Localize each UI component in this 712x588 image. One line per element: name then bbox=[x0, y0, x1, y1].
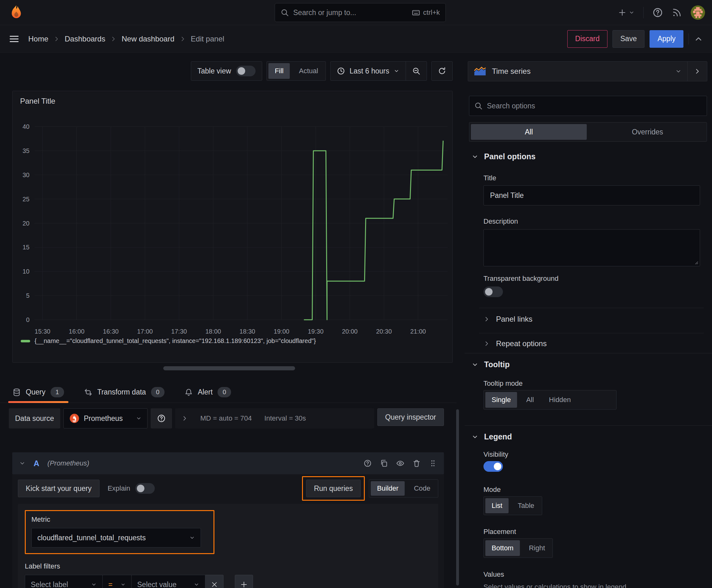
help-icon[interactable] bbox=[364, 459, 372, 467]
time-range-picker[interactable]: Last 6 hours bbox=[330, 62, 406, 80]
query-row-header[interactable]: A (Prometheus) bbox=[12, 452, 444, 474]
breadcrumb-new-dashboard[interactable]: New dashboard bbox=[122, 35, 174, 43]
tab-all[interactable]: All bbox=[471, 124, 587, 140]
query-inspector-button[interactable]: Query inspector bbox=[377, 408, 444, 426]
tab-overrides[interactable]: Overrides bbox=[588, 123, 707, 141]
select-value-placeholder: Select value bbox=[137, 581, 176, 588]
apply-button[interactable]: Apply bbox=[649, 30, 684, 48]
description-textarea[interactable] bbox=[483, 229, 700, 266]
discard-button[interactable]: Discard bbox=[567, 30, 607, 48]
add-new-button[interactable] bbox=[618, 8, 634, 17]
resize-handle-icon[interactable] bbox=[693, 259, 698, 265]
options-search[interactable] bbox=[469, 96, 707, 116]
time-range-label: Last 6 hours bbox=[349, 67, 389, 76]
select-value-dropdown[interactable]: Select value bbox=[132, 575, 205, 588]
metric-select[interactable]: cloudflared_tunnel_total_requests bbox=[31, 528, 201, 547]
help-icon[interactable] bbox=[652, 7, 663, 18]
tab-transform-label: Transform data bbox=[97, 388, 146, 396]
breadcrumb-separator-icon bbox=[179, 36, 186, 42]
tooltip-mode-hidden[interactable]: Hidden bbox=[542, 391, 579, 409]
avatar[interactable] bbox=[691, 5, 705, 20]
legend-visibility-toggle[interactable] bbox=[483, 461, 503, 472]
builder-option[interactable]: Builder bbox=[371, 481, 405, 496]
trash-icon[interactable] bbox=[412, 459, 421, 467]
table-view-toggle[interactable] bbox=[236, 66, 256, 76]
datasource-help-button[interactable] bbox=[151, 408, 172, 428]
chevron-right-icon[interactable] bbox=[181, 415, 188, 422]
avatar-image bbox=[691, 5, 705, 20]
legend-placement-bottom[interactable]: Bottom bbox=[486, 540, 520, 556]
stats-interval: Interval = 30s bbox=[264, 414, 306, 422]
query-ref-id[interactable]: A bbox=[34, 459, 39, 468]
horizontal-scrollbar[interactable] bbox=[163, 366, 295, 370]
legend-mode-table[interactable]: Table bbox=[510, 497, 542, 515]
grafana-logo-icon[interactable] bbox=[8, 4, 24, 21]
time-series-chart[interactable]: 051015202530354015:3016:0016:3017:0017:3… bbox=[13, 91, 452, 336]
divider bbox=[643, 7, 644, 18]
repeat-options-section[interactable]: Repeat options bbox=[483, 339, 546, 348]
chart-legend[interactable]: {__name__="cloudflared_tunnel_total_requ… bbox=[21, 337, 316, 344]
toggle-viz-suggestions-button[interactable] bbox=[688, 62, 707, 81]
legend-mode-list[interactable]: List bbox=[486, 498, 509, 513]
duplicate-icon[interactable] bbox=[380, 459, 388, 467]
kick-start-button[interactable]: Kick start your query bbox=[18, 480, 100, 497]
operator-value: = bbox=[108, 581, 112, 588]
table-view-control: Table view bbox=[191, 61, 262, 81]
explain-control: Explain bbox=[108, 483, 155, 494]
vertical-scrollbar[interactable] bbox=[456, 409, 459, 586]
save-button[interactable]: Save bbox=[612, 30, 645, 48]
tab-transform[interactable]: Transform data 0 bbox=[84, 382, 165, 403]
run-queries-button[interactable]: Run queries bbox=[306, 480, 361, 497]
options-search-input[interactable] bbox=[487, 102, 702, 110]
svg-text:17:30: 17:30 bbox=[171, 328, 187, 335]
refresh-button[interactable] bbox=[431, 61, 453, 81]
breadcrumb-home[interactable]: Home bbox=[28, 35, 48, 43]
tooltip-heading[interactable]: Tooltip bbox=[472, 360, 510, 369]
chevron-down-icon bbox=[629, 10, 634, 15]
metric-highlight-box: Metric cloudflared_tunnel_total_requests bbox=[25, 510, 214, 554]
tooltip-mode-single[interactable]: Single bbox=[486, 392, 517, 408]
legend-series-label[interactable]: {__name__="cloudflared_tunnel_total_requ… bbox=[35, 337, 316, 344]
actual-option[interactable]: Actual bbox=[291, 62, 326, 80]
global-search-input[interactable]: Search or jump to... ctrl+k bbox=[275, 3, 446, 22]
tab-query[interactable]: Query 1 bbox=[13, 382, 64, 403]
transparent-background-toggle[interactable] bbox=[483, 287, 503, 297]
add-filter-button[interactable] bbox=[235, 575, 253, 588]
collapse-options-chevron-up-icon[interactable] bbox=[694, 34, 703, 44]
breadcrumb-separator-icon bbox=[53, 36, 60, 42]
fill-option[interactable]: Fill bbox=[268, 63, 290, 79]
label-filters-label: Label filters bbox=[25, 562, 431, 570]
tab-alert-count: 0 bbox=[218, 387, 231, 397]
legend-heading[interactable]: Legend bbox=[472, 432, 512, 441]
time-range-group: Last 6 hours bbox=[330, 61, 427, 81]
help-icon bbox=[157, 414, 166, 423]
visualization-picker[interactable]: Time series bbox=[468, 62, 687, 81]
panel-title-input[interactable] bbox=[483, 185, 700, 205]
datasource-row: Data source Prometheus MD = auto = 704 I… bbox=[9, 408, 444, 428]
prometheus-icon bbox=[69, 413, 80, 423]
remove-filter-button[interactable] bbox=[205, 575, 223, 588]
drag-handle-icon[interactable] bbox=[429, 459, 437, 467]
select-label-dropdown[interactable]: Select label bbox=[25, 575, 103, 588]
zoom-out-button[interactable] bbox=[406, 62, 427, 80]
divider bbox=[688, 33, 689, 45]
legend-placement-right[interactable]: Right bbox=[521, 539, 553, 558]
refresh-icon bbox=[438, 67, 446, 75]
chevron-down-icon[interactable] bbox=[19, 460, 25, 466]
edit-panel-content: Table view Fill Actual Last 6 hours Pane… bbox=[0, 53, 461, 588]
svg-text:16:30: 16:30 bbox=[103, 328, 118, 335]
operator-dropdown[interactable]: = bbox=[103, 575, 132, 588]
eye-icon[interactable] bbox=[396, 459, 404, 467]
breadcrumb-dashboards[interactable]: Dashboards bbox=[65, 35, 105, 43]
tooltip-mode-all[interactable]: All bbox=[519, 391, 541, 409]
panel-options-heading[interactable]: Panel options bbox=[472, 152, 536, 161]
menu-hamburger-icon[interactable] bbox=[9, 34, 19, 44]
datasource-picker[interactable]: Prometheus bbox=[63, 408, 148, 428]
svg-text:25: 25 bbox=[23, 196, 29, 203]
tab-alert[interactable]: Alert 0 bbox=[185, 382, 231, 403]
explain-toggle[interactable] bbox=[135, 483, 155, 494]
panel-links-section[interactable]: Panel links bbox=[483, 315, 533, 323]
top-nav: Search or jump to... ctrl+k bbox=[0, 0, 712, 25]
code-option[interactable]: Code bbox=[406, 480, 438, 497]
news-rss-icon[interactable] bbox=[672, 7, 682, 18]
